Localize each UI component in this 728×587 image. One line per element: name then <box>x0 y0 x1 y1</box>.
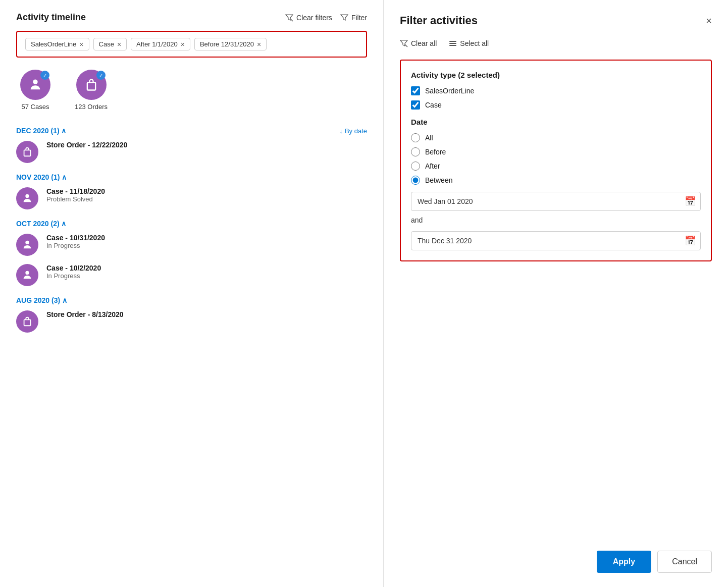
svg-line-0 <box>290 19 293 21</box>
between-radio[interactable] <box>411 176 420 185</box>
timeline-item-storeorder-dec: Store Order - 12/22/2020 <box>16 141 367 163</box>
remove-before-date-button[interactable]: × <box>257 41 261 48</box>
timeline-sections: DEC 2020 (1) ∧ ↓ By date Store Order - 1… <box>16 127 367 333</box>
after-label: After <box>425 162 440 170</box>
item-content-nov: Case - 11/18/2020 Problem Solved <box>46 187 105 203</box>
item-title-oct1: Case - 10/31/2020 <box>46 234 105 242</box>
month-header-aug2020: AUG 2020 (3) ∧ <box>16 296 367 304</box>
date-heading: Date <box>411 118 701 126</box>
after-radio[interactable] <box>411 162 420 171</box>
checkbox-salesorderline: SalesOrderLine <box>411 86 701 95</box>
date-from-input[interactable] <box>411 192 701 211</box>
radio-before: Before <box>411 147 701 156</box>
summary-row: ✓ 57 Cases ✓ 123 Orders <box>16 70 367 111</box>
cases-label: 57 Cases <box>22 103 49 111</box>
filter-button[interactable]: Filter <box>340 14 367 22</box>
radio-between: Between <box>411 176 701 185</box>
bag-icon-dec <box>22 146 33 157</box>
summary-orders: ✓ 123 Orders <box>75 70 108 111</box>
item-content-dec: Store Order - 12/22/2020 <box>46 141 127 149</box>
person-icon <box>28 78 42 92</box>
item-title-oct2: Case - 10/2/2020 <box>46 264 101 272</box>
order-icon-aug <box>16 310 38 333</box>
salesorderline-checkbox[interactable] <box>411 86 420 95</box>
remove-salesorderline-button[interactable]: × <box>79 41 83 48</box>
svg-point-6 <box>25 271 29 275</box>
svg-rect-3 <box>24 150 31 156</box>
item-title-aug: Store Order - 8/13/2020 <box>46 310 124 318</box>
radio-all: All <box>411 133 701 142</box>
orders-label: 123 Orders <box>75 103 108 111</box>
apply-button[interactable]: Apply <box>597 551 651 573</box>
before-radio[interactable] <box>411 147 420 156</box>
remove-case-button[interactable]: × <box>117 41 121 48</box>
close-panel-button[interactable]: × <box>706 15 712 27</box>
case-icon-oct1 <box>16 234 38 256</box>
timeline-item-case-oct2: Case - 10/2/2020 In Progress <box>16 264 367 286</box>
select-all-icon <box>449 39 457 47</box>
svg-rect-10 <box>449 43 456 44</box>
filter-section-box: Activity type (2 selected) SalesOrderLin… <box>400 60 712 261</box>
date-to-input[interactable] <box>411 231 701 250</box>
activity-title: Activity timeline <box>16 12 86 23</box>
sort-arrow-icon: ↓ <box>339 127 343 135</box>
svg-rect-2 <box>87 82 95 90</box>
timeline-item-case-oct1: Case - 10/31/2020 In Progress <box>16 234 367 256</box>
activity-type-heading: Activity type (2 selected) <box>411 71 701 79</box>
month-header-dec2020: DEC 2020 (1) ∧ ↓ By date <box>16 127 367 135</box>
person-icon-nov <box>22 193 33 204</box>
cancel-button[interactable]: Cancel <box>657 551 712 573</box>
case-label: Case <box>425 101 442 109</box>
filter-tag-salesorderline: SalesOrderLine × <box>25 38 89 50</box>
case-checkbox[interactable] <box>411 100 420 110</box>
date-from-wrapper: 📅 <box>411 192 701 211</box>
timeline-item-storeorder-aug: Store Order - 8/13/2020 <box>16 310 367 333</box>
remove-after-date-button[interactable]: × <box>181 41 185 48</box>
filter-tag-before-date: Before 12/31/2020 × <box>194 38 267 50</box>
clear-all-button[interactable]: Clear all <box>400 39 437 47</box>
case-icon-oct2 <box>16 264 38 286</box>
item-title-nov: Case - 11/18/2020 <box>46 187 105 195</box>
calendar-to-icon[interactable]: 📅 <box>685 235 696 246</box>
timeline-section-nov2020: NOV 2020 (1) ∧ Case - 11/18/2020 Problem… <box>16 173 367 209</box>
filter-tag-after-date: After 1/1/2020 × <box>131 38 190 50</box>
item-subtitle-oct2: In Progress <box>46 272 101 280</box>
clear-filters-button[interactable]: Clear filters <box>285 14 332 22</box>
svg-rect-7 <box>24 319 31 326</box>
month-header-nov2020: NOV 2020 (1) ∧ <box>16 173 367 181</box>
timeline-section-oct2020: OCT 2020 (2) ∧ Case - 10/31/2020 In Prog… <box>16 220 367 286</box>
all-label: All <box>425 134 433 142</box>
timeline-item-case-nov: Case - 11/18/2020 Problem Solved <box>16 187 367 209</box>
filter-icon <box>340 14 348 22</box>
salesorderline-label: SalesOrderLine <box>425 87 474 95</box>
month-label-oct2020[interactable]: OCT 2020 (2) ∧ <box>16 220 66 228</box>
order-icon-dec <box>16 141 38 163</box>
svg-point-5 <box>25 241 29 244</box>
person-icon-oct1 <box>22 239 33 250</box>
svg-point-4 <box>25 194 29 198</box>
sort-by-date-button[interactable]: ↓ By date <box>339 127 367 135</box>
date-to-row: 📅 <box>411 231 701 250</box>
select-all-button[interactable]: Select all <box>449 39 489 47</box>
date-section: Date All Before After Between <box>411 118 701 250</box>
and-label: and <box>411 216 701 224</box>
month-header-oct2020: OCT 2020 (2) ∧ <box>16 220 367 228</box>
svg-rect-9 <box>449 41 456 42</box>
panel-header: Filter activities × <box>400 14 712 27</box>
month-label-nov2020[interactable]: NOV 2020 (1) ∧ <box>16 173 67 181</box>
all-radio[interactable] <box>411 133 420 142</box>
panel-title: Filter activities <box>400 14 478 27</box>
calendar-from-icon[interactable]: 📅 <box>685 196 696 207</box>
timeline-section-dec2020: DEC 2020 (1) ∧ ↓ By date Store Order - 1… <box>16 127 367 163</box>
cases-icon-circle: ✓ <box>20 70 50 100</box>
between-label: Between <box>425 176 452 184</box>
bag-icon <box>84 78 98 92</box>
panel-footer: Apply Cancel <box>400 539 712 573</box>
left-panel: Activity timeline Clear filters Filter S… <box>0 0 384 587</box>
person-icon-oct2 <box>22 270 33 281</box>
month-label-aug2020[interactable]: AUG 2020 (3) ∧ <box>16 296 67 304</box>
month-label-dec2020[interactable]: DEC 2020 (1) ∧ <box>16 127 66 135</box>
bag-icon-aug <box>22 316 33 327</box>
svg-rect-11 <box>449 45 456 46</box>
item-content-aug: Store Order - 8/13/2020 <box>46 310 124 318</box>
